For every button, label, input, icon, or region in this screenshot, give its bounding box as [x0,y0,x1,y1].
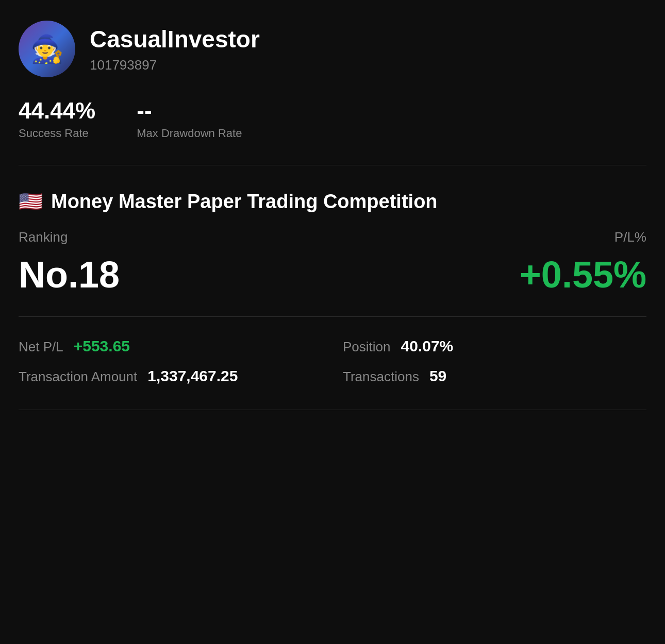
section-divider-3 [19,410,646,410]
avatar: 🧙 [19,21,75,77]
stats-section: 44.44% Success Rate -- Max Drawdown Rate [19,98,646,140]
metrics-left: Net P/L +553.65 Transaction Amount 1,337… [19,337,322,385]
ranking-label: Ranking [19,229,68,245]
success-rate-value: 44.44% [19,98,95,124]
max-drawdown-label: Max Drawdown Rate [137,127,242,140]
competition-title-text: Money Master Paper Trading Competition [51,191,438,213]
user-id: 101793897 [90,57,260,73]
success-rate-stat: 44.44% Success Rate [19,98,95,140]
transactions-row: Transactions 59 [343,367,646,385]
transaction-amount-value: 1,337,467.25 [147,367,238,385]
transactions-value: 59 [429,367,446,385]
ranking-value: No.18 [19,253,120,296]
profile-section: 🧙 CasualInvestor 101793897 [19,21,646,77]
transaction-amount-label: Transaction Amount [19,369,137,385]
avatar-emoji: 🧙 [30,33,64,65]
success-rate-label: Success Rate [19,127,95,140]
net-pl-label: Net P/L [19,339,63,355]
transactions-label: Transactions [343,369,419,385]
flag-icon: 🇺🇸 [19,190,43,213]
position-row: Position 40.07% [343,337,646,355]
section-divider-2 [19,316,646,317]
max-drawdown-value: -- [137,98,242,124]
section-divider-1 [19,165,646,165]
competition-section: 🇺🇸 Money Master Paper Trading Competitio… [19,190,646,296]
pl-percent-value: +0.55% [520,253,646,296]
transaction-amount-row: Transaction Amount 1,337,467.25 [19,367,322,385]
net-pl-row: Net P/L +553.65 [19,337,322,355]
metrics-right: Position 40.07% Transactions 59 [343,337,646,385]
max-drawdown-stat: -- Max Drawdown Rate [137,98,242,140]
username: CasualInvestor [90,25,260,53]
pl-percent-label: P/L% [614,229,646,245]
ranking-label-row: Ranking P/L% [19,229,646,245]
profile-info: CasualInvestor 101793897 [90,25,260,73]
competition-title: 🇺🇸 Money Master Paper Trading Competitio… [19,190,646,213]
ranking-values-row: No.18 +0.55% [19,253,646,296]
metrics-section: Net P/L +553.65 Transaction Amount 1,337… [19,337,646,385]
position-value: 40.07% [401,337,454,355]
position-label: Position [343,339,391,355]
net-pl-value: +553.65 [74,337,130,355]
